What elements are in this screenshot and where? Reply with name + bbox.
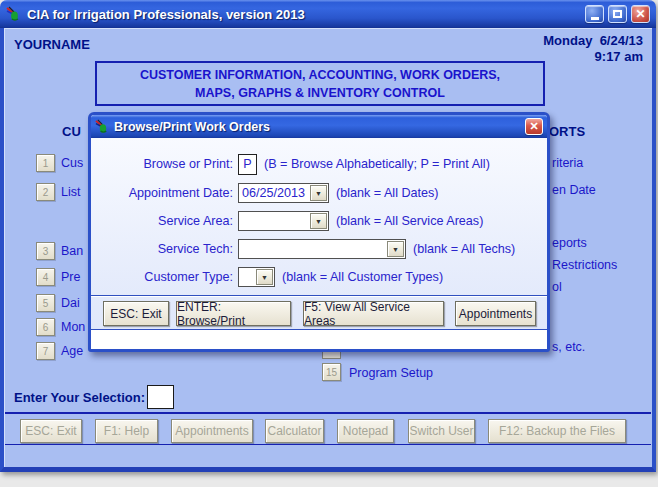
menu-item-7-label: Age — [61, 344, 83, 358]
toolbar-switch-user-button[interactable]: Switch User — [408, 419, 475, 443]
close-button[interactable]: ✕ — [631, 5, 650, 23]
window-title: CIA for Irrigation Professionals, versio… — [27, 7, 581, 22]
menu-item-3-label: Ban — [61, 244, 83, 258]
dialog-icon — [95, 119, 110, 134]
maximize-button[interactable] — [608, 5, 627, 23]
dialog-enter-browse-print-button[interactable]: ENTER: Browse/Print — [176, 301, 291, 326]
banner-line-1: CUSTOMER INFORMATION, ACCOUNTING, WORK O… — [140, 66, 500, 84]
chevron-down-icon: ▼ — [315, 218, 322, 225]
toolbar-top-divider — [5, 412, 651, 414]
right-menu-fragment-2: en Date — [552, 183, 596, 197]
menu-item-6-label: Mon — [61, 320, 85, 334]
menu-button-1[interactable]: 1 — [36, 154, 55, 172]
toolbar-bottom-divider — [5, 444, 651, 445]
titlebar: CIA for Irrigation Professionals, versio… — [0, 0, 656, 28]
right-menu-fragment-6: s, etc. — [552, 340, 585, 354]
menu-button-3[interactable]: 3 — [36, 242, 55, 260]
appointment-date-combobox[interactable]: 06/25/2013 ▼ — [238, 183, 329, 203]
menu-button-5[interactable]: 5 — [36, 294, 55, 312]
right-menu-fragment-1: riteria — [552, 156, 583, 170]
chevron-down-icon: ▼ — [392, 246, 399, 253]
menu-button-2[interactable]: 2 — [36, 183, 55, 201]
browse-or-print-hint: (B = Browse Alphabetically; P = Print Al… — [264, 157, 490, 171]
banner-box: CUSTOMER INFORMATION, ACCOUNTING, WORK O… — [95, 61, 545, 106]
service-area-dropdown-button[interactable]: ▼ — [310, 213, 327, 229]
toolbar-calculator-button[interactable]: Calculator — [265, 419, 324, 443]
menu-item-4-label: Pre — [61, 270, 80, 284]
service-tech-hint: (blank = All Techs) — [413, 242, 515, 256]
weekday-label: Monday — [543, 33, 592, 48]
browse-or-print-label: Browse or Print: — [91, 157, 238, 171]
browse-or-print-row: Browse or Print: (B = Browse Alphabetica… — [91, 153, 547, 175]
customer-type-hint: (blank = All Customer Types) — [282, 270, 443, 284]
app-icon — [6, 6, 22, 22]
toolbar-esc-exit-button[interactable]: ESC: Exit — [20, 419, 82, 443]
menu-button-6[interactable]: 6 — [36, 318, 55, 336]
toolbar-notepad-button[interactable]: Notepad — [337, 419, 394, 443]
minimize-button[interactable] — [585, 5, 604, 23]
right-menu-fragment-5: ol — [552, 280, 562, 294]
service-tech-label: Service Tech: — [91, 242, 238, 256]
dialog-button-divider-bottom — [91, 329, 547, 330]
menu-item-2-label: List — [61, 185, 80, 199]
appointment-date-value: 06/25/2013 — [239, 186, 305, 200]
chevron-down-icon: ▼ — [315, 190, 322, 197]
left-section-heading-fragment: CU — [62, 124, 81, 139]
browse-print-work-orders-dialog: Browse/Print Work Orders ✕ Browse or Pri… — [88, 112, 550, 352]
dialog-close-button[interactable]: ✕ — [525, 118, 543, 135]
date-time-block: Monday 6/24/13 9:17 am — [543, 33, 643, 65]
screen: CIA for Irrigation Professionals, versio… — [0, 0, 658, 487]
service-area-row: Service Area: ▼ (blank = All Service Are… — [91, 210, 547, 232]
menu-item-1-label: Cus — [61, 156, 83, 170]
appointment-date-label: Appointment Date: — [91, 186, 238, 200]
browse-or-print-input[interactable] — [238, 154, 257, 175]
service-area-combobox[interactable]: ▼ — [238, 211, 329, 231]
service-area-label: Service Area: — [91, 214, 238, 228]
dialog-esc-exit-button[interactable]: ESC: Exit — [103, 301, 169, 326]
customer-type-dropdown-button[interactable]: ▼ — [256, 269, 273, 285]
right-menu-fragment-3: eports — [552, 236, 587, 250]
minimize-icon — [591, 17, 599, 20]
menu-button-4[interactable]: 4 — [36, 268, 55, 286]
date-value: 6/24/13 — [600, 33, 643, 48]
dialog-titlebar: Browse/Print Work Orders ✕ — [91, 115, 547, 138]
maximize-icon — [613, 10, 622, 18]
banner-line-2: MAPS, GRAPHS & INVENTORY CONTROL — [195, 84, 445, 102]
dialog-close-icon: ✕ — [529, 120, 538, 133]
menu-button-7[interactable]: 7 — [36, 342, 55, 360]
appointment-date-row: Appointment Date: 06/25/2013 ▼ (blank = … — [91, 182, 547, 204]
customer-type-row: Customer Type: ▼ (blank = All Customer T… — [91, 266, 547, 288]
dialog-f5-view-areas-button[interactable]: F5: View All Service Areas — [303, 301, 444, 326]
chevron-down-icon: ▼ — [261, 274, 268, 281]
menu-item-5-label: Dai — [61, 296, 80, 310]
dialog-title: Browse/Print Work Orders — [114, 120, 525, 134]
dialog-appointments-button[interactable]: Appointments — [455, 301, 536, 326]
service-tech-combobox[interactable]: ▼ — [238, 239, 406, 259]
menu-button-15[interactable]: 15 — [322, 363, 341, 381]
right-section-heading-fragment: ORTS — [549, 124, 585, 139]
customer-type-combobox[interactable]: ▼ — [238, 267, 275, 287]
app-window: CIA for Irrigation Professionals, versio… — [0, 0, 656, 472]
toolbar-f12-backup-button[interactable]: F12: Backup the Files — [488, 419, 626, 443]
appointment-date-hint: (blank = All Dates) — [336, 186, 439, 200]
dialog-footer-strip — [91, 331, 547, 349]
dialog-body: Browse or Print: (B = Browse Alphabetica… — [91, 138, 547, 349]
service-area-hint: (blank = All Service Areas) — [336, 214, 483, 228]
service-tech-dropdown-button[interactable]: ▼ — [387, 241, 404, 257]
toolbar-appointments-button[interactable]: Appointments — [171, 419, 253, 443]
menu-item-15-label: Program Setup — [349, 366, 433, 380]
selection-prompt-label: Enter Your Selection: — [14, 390, 145, 405]
service-tech-row: Service Tech: ▼ (blank = All Techs) — [91, 238, 547, 260]
dialog-button-divider-top — [91, 295, 547, 296]
appointment-date-dropdown-button[interactable]: ▼ — [310, 185, 327, 201]
username-label: YOURNAME — [14, 37, 90, 52]
time-value: 9:17 am — [543, 49, 643, 65]
right-menu-fragment-4: Restrictions — [552, 258, 617, 272]
date-line: Monday 6/24/13 — [543, 33, 643, 49]
close-icon: ✕ — [635, 8, 645, 20]
selection-input[interactable] — [147, 385, 174, 409]
toolbar-f1-help-button[interactable]: F1: Help — [95, 419, 158, 443]
customer-type-label: Customer Type: — [91, 270, 238, 284]
